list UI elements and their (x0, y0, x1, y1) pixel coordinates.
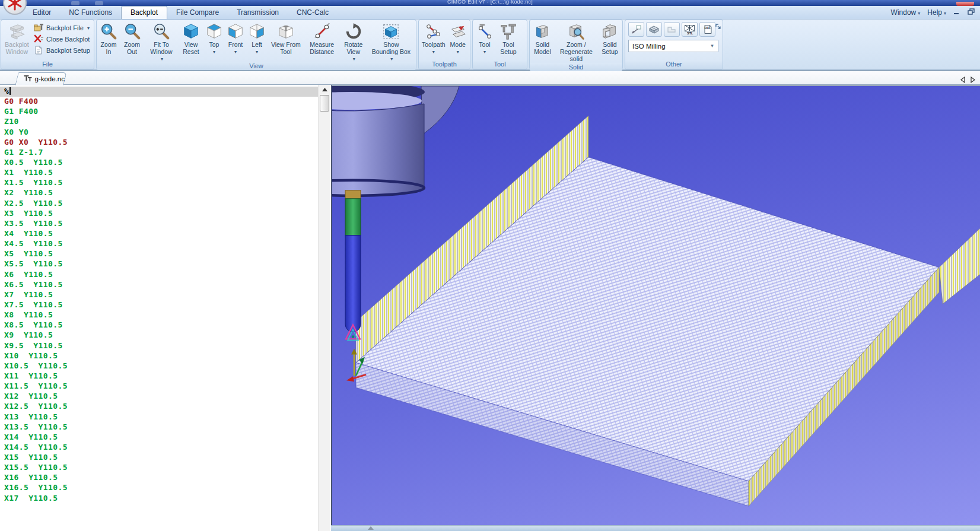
code-line[interactable]: X11 Y110.5 (0, 371, 318, 381)
code-line[interactable]: X13 Y110.5 (0, 412, 318, 422)
tool-setup-button[interactable]: Tool Setup (495, 21, 521, 59)
code-line[interactable]: X7.5 Y110.5 (0, 300, 318, 310)
code-line[interactable]: X2 Y110.5 (0, 188, 318, 198)
tab-transmission[interactable]: Transmission (228, 6, 288, 19)
zoom-out-button[interactable]: Zoom Out (120, 21, 144, 61)
tab-scroll-right-button[interactable] (970, 75, 975, 85)
chevron-down-icon (918, 8, 920, 17)
mode-button[interactable]: Mode (447, 21, 469, 59)
code-line[interactable]: X1 Y110.5 (0, 168, 318, 178)
dropdown-caret (213, 48, 215, 54)
group-label-toolpath: Toolpath (419, 60, 470, 69)
solid-model-button[interactable]: Solid Model (531, 21, 554, 62)
code-line[interactable]: X14 Y110.5 (0, 433, 318, 443)
code-line[interactable]: X10 Y110.5 (0, 351, 318, 361)
mode-icon (449, 23, 467, 40)
backplot-window-button[interactable]: Backplot Window (2, 21, 31, 59)
stl-export-button[interactable]: STL (682, 22, 698, 37)
code-line[interactable]: X0.5 Y110.5 (0, 158, 318, 168)
code-line[interactable]: X15 Y110.5 (0, 453, 318, 463)
viewport-horizontal-scrollbar[interactable] (331, 525, 980, 531)
tool-setup-icon (499, 23, 517, 40)
code-line[interactable]: X15.5 Y110.5 (0, 463, 318, 473)
code-line[interactable]: X6.5 Y110.5 (0, 280, 318, 290)
tab-editor[interactable]: Editor (24, 6, 60, 19)
window-menu[interactable]: Window (891, 8, 921, 17)
file-type-select[interactable]: ISO Milling (628, 40, 718, 52)
code-line[interactable]: X9 Y110.5 (0, 330, 318, 341)
help-menu[interactable]: Help (927, 8, 946, 17)
code-line[interactable]: X8 Y110.5 (0, 310, 318, 320)
quick-access-icon[interactable] (71, 1, 79, 5)
code-line[interactable]: X3 Y110.5 (0, 209, 318, 219)
toolpath-button[interactable]: Toolpath (420, 21, 447, 59)
code-line[interactable]: X16 Y110.5 (0, 473, 318, 483)
scrollbar-thumb[interactable] (320, 95, 329, 112)
code-line[interactable]: X6 Y110.5 (0, 270, 318, 280)
code-line[interactable]: X11.5 Y110.5 (0, 381, 318, 392)
code-line[interactable]: X17 Y110.5 (0, 494, 318, 504)
tab-backplot[interactable]: Backplot (121, 6, 167, 19)
backplot-setup-button[interactable]: Backplot Setup (31, 44, 93, 56)
code-line[interactable]: G1 F400 (0, 107, 318, 117)
contour-export-button[interactable] (664, 22, 680, 37)
code-line[interactable]: X16.5 Y110.5 (0, 483, 318, 493)
dxf-export-button[interactable]: DXF (699, 22, 715, 37)
view-from-tool-button[interactable]: View From Tool (268, 21, 304, 61)
show-bounding-box-button[interactable]: Show Bounding Box (368, 21, 415, 61)
zoom-in-button[interactable]: Zoom In (98, 21, 119, 61)
tool-shank-blue (345, 236, 361, 332)
code-line[interactable]: G0 X0 Y110.5 (0, 138, 318, 148)
code-line[interactable]: G0 F400 (0, 97, 318, 107)
code-line[interactable]: X9.5 Y110.5 (0, 341, 318, 351)
view-reset-button[interactable]: View Reset (179, 21, 203, 61)
machine-view-button[interactable] (646, 22, 662, 37)
restore-button[interactable] (968, 8, 975, 17)
left-view-button[interactable]: Left (247, 21, 267, 61)
code-line[interactable]: X7 Y110.5 (0, 290, 318, 300)
axis-toggle-button[interactable] (628, 22, 644, 37)
document-tab[interactable]: g-kode.nc (15, 72, 66, 85)
code-line[interactable]: Z10 (0, 117, 318, 127)
code-line[interactable]: X12 Y110.5 (0, 392, 318, 402)
code-line[interactable]: X2.5 Y110.5 (0, 199, 318, 209)
code-line[interactable]: X4 Y110.5 (0, 229, 318, 239)
solid-setup-button[interactable]: Solid Setup (599, 21, 621, 62)
scroll-up-button[interactable] (319, 85, 330, 94)
close-backplot-button[interactable]: Close Backplot (31, 33, 93, 44)
fit-to-window-button[interactable]: Fit To Window (145, 21, 178, 61)
code-line[interactable]: X12.5 Y110.5 (0, 402, 318, 412)
backplot-file-button[interactable]: Backplot File (31, 22, 93, 33)
code-line[interactable]: X14.5 Y110.5 (0, 443, 318, 453)
dxf-export-icon: DXF (702, 24, 713, 34)
tab-nc-functions[interactable]: NC Functions (60, 6, 121, 19)
front-view-button[interactable]: Front (225, 21, 246, 61)
tab-scroll-left-button[interactable] (960, 75, 966, 85)
tab-cnc-calc[interactable]: CNC-Calc (288, 6, 338, 19)
gcode-editor[interactable]: %G0 F400G1 F400Z10X0 Y0G0 X0 Y110.5G1 Z-… (0, 85, 318, 531)
quick-access-icon[interactable] (95, 1, 103, 5)
code-line[interactable]: X8.5 Y110.5 (0, 320, 318, 330)
close-backplot-icon (34, 34, 44, 43)
top-view-button[interactable]: Top (204, 21, 224, 61)
code-line[interactable]: G1 Z-1.7 (0, 148, 318, 158)
rotate-view-button[interactable]: Rotate View (340, 21, 367, 61)
tab-file-compare[interactable]: File Compare (167, 6, 228, 19)
code-line[interactable]: X4.5 Y110.5 (0, 239, 318, 249)
code-line[interactable]: X5.5 Y110.5 (0, 259, 318, 269)
code-line[interactable]: X5 Y110.5 (0, 249, 318, 259)
zoom-regenerate-solid-button[interactable]: Zoom / Regenerate solid (554, 21, 599, 62)
code-line[interactable]: X3.5 Y110.5 (0, 219, 318, 229)
code-line[interactable]: X1.5 Y110.5 (0, 178, 318, 188)
dialog-launcher-button[interactable] (715, 21, 721, 68)
minimize-button[interactable] (953, 8, 960, 17)
tool-button[interactable]: Tool (474, 21, 495, 59)
editor-vertical-scrollbar[interactable] (318, 85, 330, 531)
measure-distance-button[interactable]: Measure Distance (305, 21, 339, 61)
backplot-3d-viewport[interactable] (331, 85, 980, 526)
code-line[interactable]: X0 Y0 (0, 128, 318, 138)
code-line[interactable]: X13.5 Y110.5 (0, 422, 318, 433)
code-line[interactable]: X10.5 Y110.5 (0, 361, 318, 371)
close-button[interactable] (956, 2, 974, 6)
code-line[interactable]: % (0, 87, 318, 97)
